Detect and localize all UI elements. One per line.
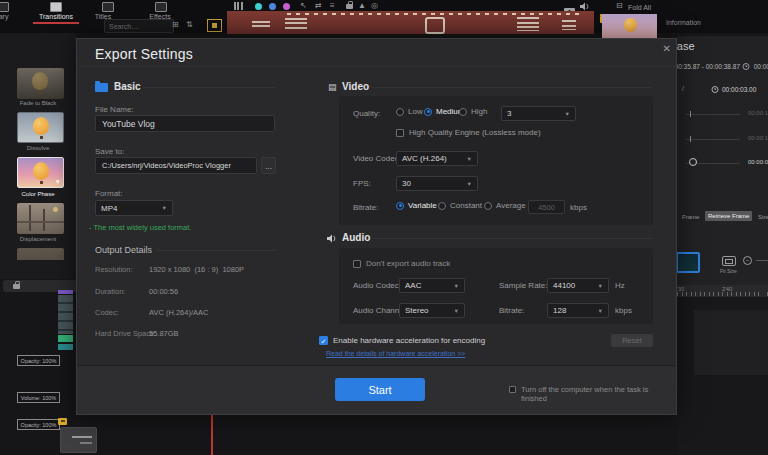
slider-handle[interactable] bbox=[690, 136, 691, 142]
slider-knob[interactable] bbox=[689, 158, 697, 166]
slider-handle[interactable] bbox=[690, 111, 691, 117]
cyan-dot-icon[interactable] bbox=[255, 3, 262, 10]
hq-engine-checkbox[interactable] bbox=[396, 129, 404, 137]
chevron-down-icon: ▼ bbox=[454, 308, 459, 314]
transition-dissolve[interactable] bbox=[17, 112, 64, 143]
hard-drive-space-label: Hard Drive Space: bbox=[95, 329, 156, 338]
bitrate-input[interactable]: 4500 bbox=[528, 200, 565, 214]
search-input[interactable]: Search.... bbox=[104, 19, 174, 33]
playhead[interactable] bbox=[211, 413, 213, 455]
timeline-ruler[interactable]: 1'30 2'40 bbox=[677, 285, 768, 297]
zoom-out-icon[interactable]: − bbox=[743, 256, 752, 265]
snap-tool-icon[interactable]: ≡ bbox=[330, 1, 335, 10]
lock-icon[interactable] bbox=[346, 4, 353, 9]
skip-audio-checkbox[interactable] bbox=[353, 260, 361, 268]
titles-icon bbox=[102, 2, 114, 12]
bitrate-variable-radio[interactable]: Variable bbox=[396, 201, 437, 210]
codec-value: AVC (H.264)/AAC bbox=[149, 308, 208, 317]
hardware-accel-checkbox[interactable]: ✓ bbox=[319, 336, 328, 345]
bitrate-constant-radio[interactable]: Constant bbox=[438, 201, 482, 210]
duration-clock-icon bbox=[711, 85, 719, 93]
levels-icon[interactable] bbox=[234, 2, 243, 10]
mountain-icon[interactable]: ▲ bbox=[358, 1, 366, 10]
start-button[interactable]: Start bbox=[335, 378, 425, 401]
chevron-down-icon: ▼ bbox=[598, 308, 603, 314]
cursor-tool-icon[interactable]: ↖ bbox=[300, 1, 307, 10]
timeline-marker-strip[interactable] bbox=[58, 290, 73, 294]
quality-level-dropdown[interactable]: 3 ▼ bbox=[501, 106, 576, 121]
crosswalk-marking bbox=[517, 17, 539, 31]
preview-frame[interactable] bbox=[227, 11, 594, 34]
selected-clip-thumbnail[interactable] bbox=[676, 252, 700, 273]
transition-partial[interactable] bbox=[17, 248, 64, 260]
speaker-icon[interactable] bbox=[580, 2, 590, 11]
transition-label: Displacement bbox=[0, 236, 76, 242]
tab-transitions[interactable]: Transitions bbox=[30, 13, 82, 20]
quality-low-radio[interactable]: Low bbox=[396, 107, 423, 116]
video-codec-label: Video Codec: bbox=[353, 154, 401, 163]
timeline-teal-clip[interactable] bbox=[58, 344, 73, 350]
opacity-badge[interactable]: Opacity: 100% bbox=[17, 419, 60, 430]
transition-label: Color Phase bbox=[0, 191, 76, 197]
param-slider[interactable] bbox=[686, 139, 740, 140]
audio-codec-label: Audio Codec: bbox=[353, 281, 401, 290]
format-note: - The most widely used format. bbox=[89, 223, 191, 232]
grid-view-icon[interactable]: ⊞ bbox=[172, 20, 179, 29]
transition-label: Dissolve bbox=[0, 145, 76, 151]
browse-button[interactable]: ... bbox=[261, 157, 276, 174]
skip-audio-label: Don't export audio track bbox=[366, 259, 450, 268]
file-name-input[interactable]: YouTube Vlog bbox=[95, 115, 275, 132]
tab-retrieve-frame[interactable]: Retrieve Frame bbox=[705, 211, 752, 221]
hq-engine-label: High Quality Engine (Lossless mode) bbox=[409, 128, 541, 137]
fps-dropdown[interactable]: 30 ▼ bbox=[396, 176, 478, 191]
quality-high-radio[interactable]: High bbox=[459, 107, 487, 116]
tab-library[interactable]: Library bbox=[0, 13, 8, 20]
duration-label: Duration: bbox=[95, 287, 125, 296]
blue-dot-icon[interactable] bbox=[269, 3, 276, 10]
param-slider[interactable] bbox=[686, 114, 740, 115]
fold-all-icon[interactable]: ⊟ bbox=[616, 1, 623, 10]
swap-tool-icon[interactable]: ⇄ bbox=[315, 1, 322, 10]
media-thumbnail[interactable] bbox=[602, 14, 657, 38]
slider-time: 00:00:0 bbox=[748, 159, 768, 165]
volume-badge[interactable]: Volume: 100% bbox=[17, 392, 60, 403]
fit-size-icon[interactable] bbox=[722, 256, 736, 266]
transition-fade-to-black[interactable] bbox=[17, 68, 64, 99]
shutdown-checkbox[interactable] bbox=[509, 386, 516, 393]
hard-drive-space-value: 55.87GB bbox=[149, 329, 179, 338]
tab-frame[interactable]: Frame bbox=[682, 214, 699, 220]
video-codec-dropdown[interactable]: AVC (H.264) ▼ bbox=[396, 151, 478, 166]
audio-codec-dropdown[interactable]: AAC ▼ bbox=[399, 278, 465, 293]
format-dropdown[interactable]: MP4 ▼ bbox=[95, 200, 173, 216]
lock-icon[interactable] bbox=[13, 284, 20, 289]
chevron-down-icon: ▼ bbox=[467, 181, 472, 187]
opacity-badge[interactable]: Opacity: 100% bbox=[17, 355, 60, 366]
audio-channel-dropdown[interactable]: Stereo ▼ bbox=[399, 303, 465, 318]
eye-icon[interactable]: ◎ bbox=[371, 1, 378, 10]
transition-duration: 00:00:03.00 bbox=[722, 86, 756, 93]
reset-button[interactable]: Reset bbox=[611, 334, 653, 347]
magenta-dot-icon[interactable] bbox=[283, 3, 290, 10]
tab-stretch[interactable]: Stretch bbox=[758, 214, 768, 220]
fold-all-label[interactable]: Fold All bbox=[628, 4, 651, 11]
chevron-down-icon: ▼ bbox=[565, 111, 570, 117]
zoom-slider[interactable] bbox=[756, 260, 768, 261]
close-icon[interactable]: ✕ bbox=[663, 43, 671, 54]
keyframe-badge[interactable] bbox=[58, 418, 67, 425]
audio-bitrate-dropdown[interactable]: 128 ▼ bbox=[547, 303, 609, 318]
transition-color-phase[interactable]: ♥ bbox=[17, 157, 64, 188]
transition-displacement[interactable] bbox=[17, 203, 64, 234]
sort-icon[interactable]: ⇅ bbox=[186, 20, 193, 29]
bitrate-average-radio[interactable]: Average bbox=[484, 201, 526, 210]
save-to-input[interactable]: C:/Users/nrj/Videos/VideoProc Vlogger bbox=[95, 157, 257, 174]
timeline-clip-filmstrip[interactable] bbox=[58, 295, 73, 334]
duration-value: 00:00:56 bbox=[149, 287, 178, 296]
hardware-accel-link[interactable]: Read the details of hardware acceleratio… bbox=[326, 350, 465, 357]
heart-icon[interactable]: ♥ bbox=[56, 178, 60, 185]
sample-rate-label: Sample Rate: bbox=[499, 281, 547, 290]
timeline-green-clip[interactable] bbox=[58, 335, 73, 342]
information-label: Information bbox=[666, 19, 701, 26]
active-tool-icon[interactable] bbox=[207, 19, 222, 32]
output-details-header: Output Details bbox=[95, 245, 152, 255]
sample-rate-dropdown[interactable]: 44100 ▼ bbox=[547, 278, 609, 293]
